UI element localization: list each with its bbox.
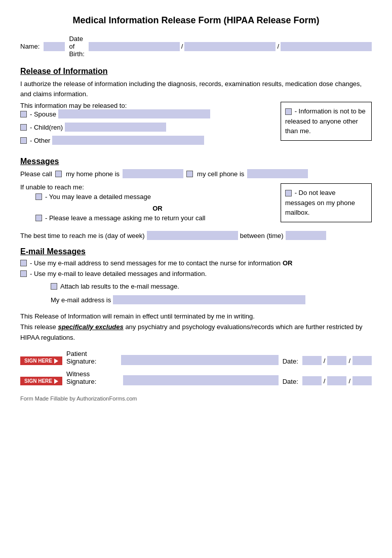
other-label: - Other xyxy=(30,137,50,144)
patient-sign-btn-label: SIGN HERE xyxy=(24,358,52,364)
witness-sign-arrow xyxy=(54,379,58,384)
footer-line1: This Release of Information will remain … xyxy=(20,311,372,322)
or-text: OR xyxy=(41,205,275,212)
children-checkbox[interactable] xyxy=(20,124,27,131)
call-text1: Please call xyxy=(20,170,52,178)
may-leave-row: - You may leave a detailed message xyxy=(35,193,275,201)
call-text2: my home phone is xyxy=(66,170,120,178)
patient-date-sep2: / xyxy=(348,357,350,365)
unable-label: If unable to reach me: xyxy=(20,183,275,191)
email-line1: - Use my e-mail address to send messages… xyxy=(20,259,372,267)
email-addr-label: My e-mail address is xyxy=(51,296,111,304)
may-leave-checkbox[interactable] xyxy=(35,193,42,200)
other-row: - Other xyxy=(20,136,275,145)
spouse-checkbox[interactable] xyxy=(20,111,27,117)
witness-date-month[interactable] xyxy=(302,376,322,385)
email-addr-row: My e-mail address is xyxy=(51,295,372,304)
please-leave-row: - Please leave a message asking me to re… xyxy=(35,214,275,222)
email-use-checkbox[interactable] xyxy=(20,260,27,266)
release-title: Release of Information xyxy=(20,67,372,76)
other-checkbox[interactable] xyxy=(20,137,27,144)
dob-group: / / xyxy=(89,42,372,51)
witness-date-day[interactable] xyxy=(327,376,346,385)
patient-sig-field[interactable] xyxy=(121,355,278,365)
may-leave-text: - You may leave a detailed message xyxy=(45,193,151,201)
email-detailed-checkbox[interactable] xyxy=(20,270,27,277)
patient-date-year[interactable] xyxy=(352,356,372,365)
witness-sign-label-area: SIGN HERE xyxy=(20,377,62,385)
cell-phone-field[interactable] xyxy=(247,169,308,178)
children-field[interactable] xyxy=(65,123,166,132)
witness-date-sep1: / xyxy=(324,377,326,385)
patient-sign-button[interactable]: SIGN HERE xyxy=(20,356,62,365)
witness-date-year[interactable] xyxy=(352,376,372,385)
dob-day-field[interactable] xyxy=(184,42,276,51)
witness-sign-btn-label: SIGN HERE xyxy=(24,378,52,384)
auth-text: I authorize the release of information i… xyxy=(20,79,372,99)
patient-sig-label-area: SIGN HERE xyxy=(20,356,62,365)
patient-date-group: / / xyxy=(302,356,372,365)
release-section: Release of Information I authorize the r… xyxy=(20,67,372,149)
home-phone-field[interactable] xyxy=(123,169,183,178)
spouse-label: - Spouse xyxy=(30,110,56,118)
call-text3: my cell phone is xyxy=(197,170,244,178)
patient-date-day[interactable] xyxy=(327,356,346,365)
attach-row: Attach lab results to the e-mail message… xyxy=(51,283,372,290)
spouse-row: - Spouse xyxy=(20,109,275,118)
email-line2-text: - Use my e-mail to leave detailed messag… xyxy=(30,270,207,277)
patient-date-month[interactable] xyxy=(302,356,322,365)
name-dob-row: Name: Date of Birth: / / xyxy=(20,35,372,58)
no-release-text: - Information is not to be released to a… xyxy=(285,107,366,135)
email-section: E-mail Messages - Use my e-mail address … xyxy=(20,247,372,304)
dob-month-field[interactable] xyxy=(89,42,180,51)
email-title: E-mail Messages xyxy=(20,247,372,256)
witness-date-group: / / xyxy=(302,376,372,385)
patient-sig-label: Patient Signature: xyxy=(66,350,117,365)
patient-sig-block: SIGN HERE Patient Signature: Date: / / xyxy=(20,350,372,365)
unable-left: If unable to reach me: - You may leave a… xyxy=(20,183,275,226)
page-title: Medical Information Release Form (HIPAA … xyxy=(20,15,372,26)
other-field[interactable] xyxy=(52,136,204,145)
no-release-checkbox[interactable] xyxy=(285,108,292,115)
best-time-row: The best time to reach me is (day of wee… xyxy=(20,231,372,240)
dob-label: Date of Birth: xyxy=(69,35,84,58)
email-line2: - Use my e-mail to leave detailed messag… xyxy=(20,270,372,277)
do-not-leave-checkbox[interactable] xyxy=(285,190,292,196)
best-time-text2: between (time) xyxy=(240,232,284,240)
witness-date-sep2: / xyxy=(348,377,350,385)
release-left: This information may be released to: - S… xyxy=(20,102,275,149)
attach-label: Attach lab results to the e-mail message… xyxy=(60,283,179,290)
witness-sig-row: SIGN HERE Witness Signature: Date: / / xyxy=(20,370,372,385)
children-label: - Child(ren) xyxy=(30,124,63,131)
best-time-text1: The best time to reach me is (day of wee… xyxy=(20,232,145,240)
dob-sep1: / xyxy=(181,43,183,50)
please-leave-text: - Please leave a message asking me to re… xyxy=(45,214,206,222)
witness-sig-field[interactable] xyxy=(123,375,278,385)
messages-section: Messages Please call my home phone is my… xyxy=(20,157,372,240)
messages-title: Messages xyxy=(20,157,372,166)
home-phone-checkbox[interactable] xyxy=(55,171,62,177)
witness-sig-block: SIGN HERE Witness Signature: Date: / / xyxy=(20,370,372,385)
email-addr-field[interactable] xyxy=(113,295,305,304)
email-line1-text: - Use my e-mail address to send messages… xyxy=(30,259,281,267)
dob-year-field[interactable] xyxy=(281,42,372,51)
children-row: - Child(ren) xyxy=(20,123,275,132)
please-leave-checkbox[interactable] xyxy=(35,215,42,221)
attach-checkbox[interactable] xyxy=(51,283,57,290)
spouse-field[interactable] xyxy=(58,109,210,118)
may-release-text: This information may be released to: xyxy=(20,102,275,109)
footer-line2-pre: This release xyxy=(20,323,58,331)
unable-row: If unable to reach me: - You may leave a… xyxy=(20,183,372,226)
email-line1-or: OR xyxy=(283,259,293,267)
do-not-leave-text: - Do not leave messages on my phone mail… xyxy=(285,189,355,216)
name-field[interactable] xyxy=(44,42,65,51)
patient-sig-row: SIGN HERE Patient Signature: Date: / / xyxy=(20,350,372,365)
credit-text: Form Made Fillable by AuthorizationForms… xyxy=(20,395,372,402)
cell-phone-checkbox[interactable] xyxy=(186,171,193,177)
footer-specifically: specifically excludes xyxy=(58,323,123,331)
between-time-field[interactable] xyxy=(286,231,326,240)
best-time-field[interactable] xyxy=(147,231,238,240)
patient-date-label: Date: xyxy=(283,357,298,365)
witness-sign-button[interactable]: SIGN HERE xyxy=(20,377,62,385)
dob-sep2: / xyxy=(277,43,279,50)
